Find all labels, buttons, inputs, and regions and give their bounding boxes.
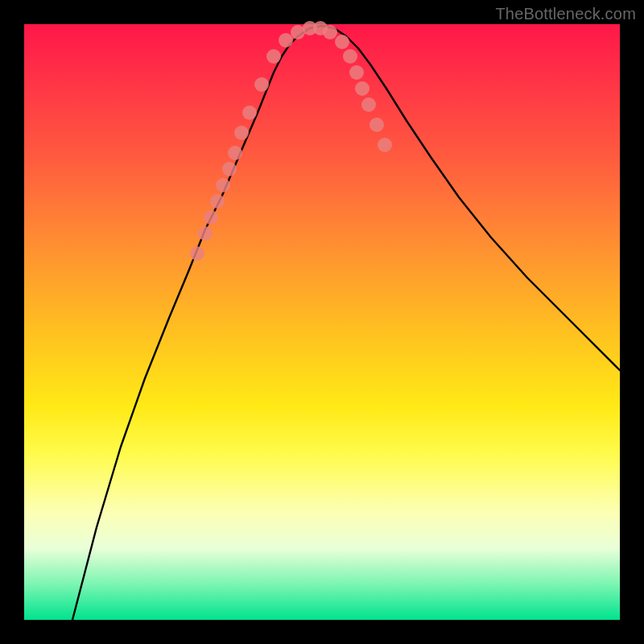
- curve-marker: [349, 65, 364, 80]
- curve-marker: [355, 81, 369, 96]
- curve-marker: [222, 162, 237, 176]
- curve-markers: [190, 21, 392, 261]
- chart-svg: [24, 24, 620, 620]
- curve-marker: [279, 33, 293, 47]
- curve-marker: [242, 105, 257, 120]
- curve-marker: [234, 126, 249, 140]
- curve-marker: [198, 226, 213, 241]
- curve-marker: [323, 25, 337, 39]
- bottleneck-curve: [72, 26, 620, 620]
- watermark-text: TheBottleneck.com: [495, 5, 636, 23]
- curve-marker: [335, 35, 349, 49]
- curve-marker: [228, 146, 242, 160]
- chart-frame: [24, 24, 620, 620]
- curve-marker: [343, 49, 357, 64]
- curve-marker: [190, 246, 204, 261]
- curve-marker: [254, 77, 269, 92]
- curve-marker: [210, 194, 225, 208]
- curve-marker: [361, 97, 376, 112]
- curve-marker: [369, 118, 384, 132]
- curve-marker: [204, 210, 218, 225]
- curve-marker: [266, 49, 281, 64]
- curve-marker: [216, 178, 230, 192]
- curve-marker: [378, 138, 392, 152]
